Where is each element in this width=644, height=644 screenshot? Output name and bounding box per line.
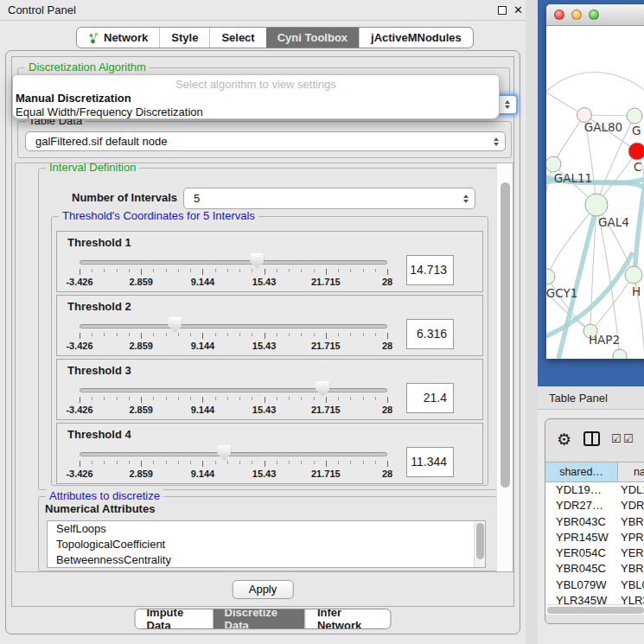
scrollbar-thumb[interactable] (501, 182, 510, 488)
tick-mark (301, 333, 302, 336)
table-row[interactable]: YPR145WYPR1 (545, 530, 644, 545)
network-node[interactable] (613, 349, 627, 359)
tick-mark (239, 397, 240, 400)
tab-label: Select (221, 31, 254, 44)
slider-track[interactable] (80, 452, 387, 456)
threshold-2-slider[interactable]: -3.4262.8599.14415.4321.71528 (80, 316, 387, 356)
tick-mark (326, 333, 327, 339)
list-scrollbar[interactable] (474, 521, 485, 567)
tick-mark (80, 333, 80, 339)
control-panel-titlebar: Control Panel ✕ (0, 0, 526, 21)
checkbox-icon[interactable]: ☑ (611, 432, 622, 445)
network-node-gal11[interactable] (546, 156, 561, 172)
network-node-h[interactable] (625, 266, 642, 284)
table-row[interactable]: YBR043CYBR0 (545, 514, 644, 530)
tick-mark (153, 269, 154, 272)
gear-icon[interactable]: ⚙ (557, 430, 571, 450)
network-node-gal4[interactable] (585, 194, 608, 216)
tick-mark (92, 461, 92, 464)
network-node-gcy1[interactable] (546, 269, 555, 284)
threshold-4-slider[interactable]: -3.4262.8599.14415.4321.71528 (80, 444, 387, 484)
tick-mark (153, 333, 154, 336)
slider-track[interactable] (80, 260, 387, 265)
tick-mark (326, 269, 327, 275)
horizontal-scrollbar[interactable] (545, 604, 644, 615)
table-row[interactable]: YBL079WYBL0 (545, 577, 644, 593)
threshold-panels: Threshold 1-3.4262.8599.14415.4321.71528… (56, 231, 483, 487)
dropdown-option-manual-discretization[interactable]: Manual Discretization (13, 91, 499, 105)
tick-label: 15.43 (252, 277, 277, 287)
checkbox-icon[interactable]: ☑ (623, 432, 634, 445)
network-graph[interactable]: GAL80GCGAL11GAL4GCY1HHAP2 (546, 26, 644, 359)
tick-mark (326, 461, 327, 467)
network-view-window[interactable]: GAL80GCGAL11GAL4GCY1HHAP2 (546, 4, 644, 359)
tab-impute-data[interactable]: Impute Data (136, 609, 214, 628)
tick-mark (387, 397, 388, 403)
tick-mark (265, 397, 265, 403)
tick-mark (166, 397, 167, 400)
tab-cyni-toolbox[interactable]: Cyni Toolbox (266, 28, 359, 48)
table-row[interactable]: YDL19…YDL1 (545, 482, 644, 498)
column-header-name[interactable]: na (618, 462, 644, 481)
tick-mark (375, 461, 376, 464)
close-icon[interactable]: ✕ (513, 3, 523, 16)
slider-track[interactable] (80, 324, 387, 328)
threshold-1-slider[interactable]: -3.4262.8599.14415.4321.71528 (80, 252, 387, 292)
number-of-intervals-combobox[interactable]: 5 (183, 188, 475, 209)
scrollbar-thumb[interactable] (476, 523, 484, 559)
tick-mark (129, 397, 130, 400)
tick-mark (314, 333, 315, 336)
numerical-attributes-label: Numerical Attributes (45, 502, 155, 515)
table-row[interactable]: YLR345WYLR3 (545, 593, 644, 604)
table-data-combobox[interactable]: galFiltered.sif default node (25, 131, 506, 151)
tick-mark (387, 461, 388, 467)
cell-shared-name: YER054C (545, 545, 621, 561)
split-columns-icon[interactable] (583, 431, 600, 446)
column-header-shared-name[interactable]: shared… (545, 462, 618, 481)
tick-mark (215, 461, 216, 464)
tab-jactivemnodules[interactable]: jActiveMNodules (359, 28, 473, 48)
numerical-attributes-list[interactable]: SelfLoopsTopologicalCoefficientBetweenne… (47, 520, 486, 568)
table-row[interactable]: YER054CYER0 (545, 545, 644, 561)
attribute-list-item[interactable]: BetweennessCentrality (48, 552, 485, 568)
slider-thumb[interactable] (316, 381, 329, 397)
network-node-g[interactable] (627, 108, 642, 124)
tab-discretize-data[interactable]: Discretize Data (214, 609, 305, 628)
float-window-icon[interactable] (498, 6, 507, 15)
control-panel: Control Panel ✕ NetworkStyleSelectCyni T… (0, 0, 526, 644)
control-panel-tabs: NetworkStyleSelectCyni ToolboxjActiveMNo… (76, 27, 474, 48)
slider-thumb[interactable] (168, 317, 182, 333)
cell-name: YDL1 (621, 482, 644, 498)
slider-track[interactable] (80, 388, 387, 392)
threshold-3-value-field[interactable]: 21.4 (406, 383, 454, 413)
close-traffic-light-icon[interactable] (554, 10, 564, 20)
threshold-4-value-field[interactable]: 11.344 (406, 447, 454, 477)
zoom-traffic-light-icon[interactable] (589, 10, 599, 20)
threshold-3-slider[interactable]: -3.4262.8599.14415.4321.71528 (80, 380, 387, 420)
tab-style[interactable]: Style (159, 28, 209, 48)
threshold-label: Threshold 2 (67, 300, 131, 313)
node-label: C (634, 160, 641, 174)
scrollbar-thumb[interactable] (547, 607, 644, 614)
minimize-traffic-light-icon[interactable] (571, 10, 582, 20)
tick-label: 9.144 (191, 405, 215, 415)
attribute-list-item[interactable]: SelfLoops (48, 521, 485, 537)
tab-select[interactable]: Select (209, 28, 265, 48)
slider-thumb[interactable] (250, 253, 264, 269)
vertical-scrollbar[interactable] (496, 163, 513, 571)
tab-network[interactable]: Network (77, 28, 159, 48)
threshold-1-value-field[interactable]: 14.713 (406, 255, 454, 285)
tab-infer-network[interactable]: Infer Network (305, 609, 391, 628)
table-row[interactable]: YDR27…YDR2 (545, 498, 644, 513)
dropdown-option-equal-width-frequency[interactable]: Equal Width/Frequency Discretization (13, 105, 499, 118)
tick-mark (277, 333, 277, 336)
apply-button[interactable]: Apply (233, 580, 294, 599)
attribute-list-item[interactable]: TopologicalCoefficient (48, 537, 485, 552)
slider-thumb[interactable] (217, 445, 231, 461)
table-row[interactable]: YBR045CYBR0 (545, 561, 644, 577)
network-window-titlebar[interactable] (546, 4, 644, 26)
tick-label: 21.715 (311, 277, 341, 287)
threshold-2-value-field[interactable]: 6.316 (406, 319, 454, 349)
network-node-c[interactable] (628, 143, 644, 160)
slider-ticks: -3.4262.8599.14415.4321.71528 (80, 333, 387, 355)
